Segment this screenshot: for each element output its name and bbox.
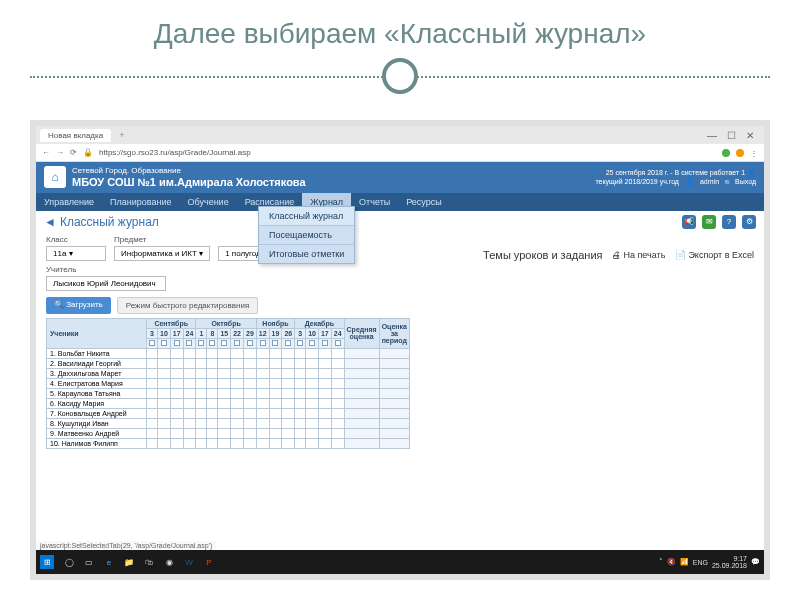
grade-cell[interactable] bbox=[183, 378, 196, 388]
help-icon[interactable]: ? bbox=[722, 215, 736, 229]
grade-cell[interactable] bbox=[147, 378, 158, 388]
tray-network-icon[interactable]: 📶 bbox=[680, 558, 689, 566]
day-header[interactable]: 8 bbox=[207, 328, 218, 338]
student-name-cell[interactable]: 10. Налимов Филипп bbox=[47, 438, 147, 448]
edge-icon[interactable]: e bbox=[100, 553, 118, 571]
day-checkbox[interactable] bbox=[295, 338, 306, 348]
grade-cell[interactable] bbox=[306, 368, 319, 378]
grade-cell[interactable] bbox=[318, 398, 331, 408]
start-button[interactable]: ⊞ bbox=[40, 555, 54, 569]
grade-cell[interactable] bbox=[207, 428, 218, 438]
grade-cell[interactable] bbox=[282, 378, 295, 388]
grade-cell[interactable] bbox=[147, 368, 158, 378]
day-checkbox[interactable] bbox=[170, 338, 183, 348]
grade-cell[interactable] bbox=[282, 398, 295, 408]
chevron-left-icon[interactable]: ◄ bbox=[44, 215, 56, 229]
grade-cell[interactable] bbox=[256, 438, 269, 448]
grade-cell[interactable] bbox=[318, 428, 331, 438]
grade-cell[interactable] bbox=[183, 428, 196, 438]
extension-icon[interactable] bbox=[722, 149, 730, 157]
grade-cell[interactable] bbox=[196, 368, 207, 378]
grade-cell[interactable] bbox=[295, 428, 306, 438]
grade-cell[interactable] bbox=[306, 408, 319, 418]
grade-cell[interactable] bbox=[243, 428, 256, 438]
grade-cell[interactable] bbox=[269, 358, 282, 368]
tray-chevron-icon[interactable]: ˄ bbox=[659, 558, 663, 566]
day-checkbox[interactable] bbox=[207, 338, 218, 348]
grade-cell[interactable] bbox=[158, 398, 171, 408]
day-header[interactable]: 17 bbox=[170, 328, 183, 338]
day-checkbox[interactable] bbox=[147, 338, 158, 348]
grade-cell[interactable] bbox=[331, 378, 344, 388]
grade-cell[interactable] bbox=[183, 418, 196, 428]
day-header[interactable]: 10 bbox=[306, 328, 319, 338]
menu-education[interactable]: Обучение bbox=[179, 193, 236, 211]
grade-cell[interactable] bbox=[196, 438, 207, 448]
user-name[interactable]: admin bbox=[700, 177, 719, 186]
grade-cell[interactable] bbox=[256, 358, 269, 368]
grade-cell[interactable] bbox=[269, 368, 282, 378]
grade-cell[interactable] bbox=[231, 428, 244, 438]
grade-cell[interactable] bbox=[282, 358, 295, 368]
grade-cell[interactable] bbox=[295, 358, 306, 368]
grade-cell[interactable] bbox=[269, 398, 282, 408]
grade-cell[interactable] bbox=[207, 348, 218, 358]
url-text[interactable]: https://sgo.rso23.ru/asp/Grade/Journal.a… bbox=[99, 148, 716, 157]
grade-cell[interactable] bbox=[318, 418, 331, 428]
messages-icon[interactable]: ✉ bbox=[702, 215, 716, 229]
grade-cell[interactable] bbox=[331, 348, 344, 358]
grade-cell[interactable] bbox=[196, 358, 207, 368]
grade-cell[interactable] bbox=[282, 408, 295, 418]
grade-cell[interactable] bbox=[207, 358, 218, 368]
tray-lang[interactable]: ENG bbox=[693, 559, 708, 566]
class-select[interactable]: 11а ▾ bbox=[46, 246, 106, 261]
grade-cell[interactable] bbox=[196, 408, 207, 418]
grade-cell[interactable] bbox=[231, 368, 244, 378]
grade-cell[interactable] bbox=[269, 388, 282, 398]
grade-cell[interactable] bbox=[147, 408, 158, 418]
grade-cell[interactable] bbox=[318, 348, 331, 358]
quick-edit-button[interactable]: Режим быстрого редактирования bbox=[117, 297, 258, 314]
nav-back-icon[interactable]: ← bbox=[42, 148, 50, 157]
grade-cell[interactable] bbox=[158, 418, 171, 428]
day-header[interactable]: 22 bbox=[231, 328, 244, 338]
grade-cell[interactable] bbox=[158, 358, 171, 368]
grade-cell[interactable] bbox=[306, 438, 319, 448]
grade-cell[interactable] bbox=[331, 428, 344, 438]
grade-cell[interactable] bbox=[331, 408, 344, 418]
day-header[interactable]: 10 bbox=[158, 328, 171, 338]
grade-cell[interactable] bbox=[295, 348, 306, 358]
grade-cell[interactable] bbox=[207, 398, 218, 408]
dropdown-class-journal[interactable]: Классный журнал bbox=[259, 207, 354, 226]
grade-cell[interactable] bbox=[207, 388, 218, 398]
day-checkbox[interactable] bbox=[269, 338, 282, 348]
grade-cell[interactable] bbox=[170, 388, 183, 398]
grade-cell[interactable] bbox=[147, 428, 158, 438]
grade-cell[interactable] bbox=[207, 418, 218, 428]
grade-cell[interactable] bbox=[170, 348, 183, 358]
subject-select[interactable]: Информатика и ИКТ ▾ bbox=[114, 246, 210, 261]
dropdown-final-grades[interactable]: Итоговые отметки bbox=[259, 245, 354, 263]
period-cell[interactable] bbox=[379, 368, 409, 378]
grade-cell[interactable] bbox=[295, 438, 306, 448]
grade-cell[interactable] bbox=[218, 398, 231, 408]
grade-cell[interactable] bbox=[196, 348, 207, 358]
grade-cell[interactable] bbox=[295, 378, 306, 388]
day-checkbox[interactable] bbox=[231, 338, 244, 348]
student-name-cell[interactable]: 7. Коновальцев Андрей bbox=[47, 408, 147, 418]
day-checkbox[interactable] bbox=[183, 338, 196, 348]
grade-cell[interactable] bbox=[306, 358, 319, 368]
grade-cell[interactable] bbox=[331, 358, 344, 368]
grade-cell[interactable] bbox=[243, 418, 256, 428]
print-button[interactable]: 🖨 На печать bbox=[612, 250, 665, 260]
day-header[interactable]: 15 bbox=[218, 328, 231, 338]
day-checkbox[interactable] bbox=[218, 338, 231, 348]
grade-cell[interactable] bbox=[158, 348, 171, 358]
day-header[interactable]: 24 bbox=[183, 328, 196, 338]
day-header[interactable]: 3 bbox=[295, 328, 306, 338]
period-cell[interactable] bbox=[379, 358, 409, 368]
grade-cell[interactable] bbox=[147, 398, 158, 408]
day-checkbox[interactable] bbox=[196, 338, 207, 348]
grade-cell[interactable] bbox=[158, 428, 171, 438]
day-checkbox[interactable] bbox=[318, 338, 331, 348]
